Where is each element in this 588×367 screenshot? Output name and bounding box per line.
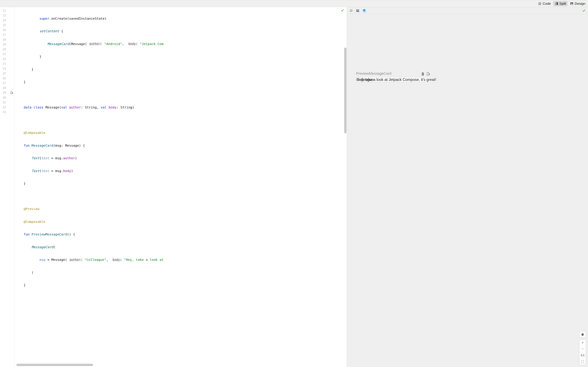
svg-rect-11	[11, 92, 12, 94]
line-number: 24	[0, 67, 6, 70]
preview-zoom-controls: + − 1:1	[579, 331, 586, 365]
svg-marker-16	[359, 12, 359, 12]
svg-marker-19	[365, 12, 366, 12]
svg-marker-18	[363, 10, 366, 12]
zoom-out-button[interactable]: −	[579, 346, 586, 352]
editor-horizontal-scrollbar-thumb[interactable]	[17, 364, 93, 366]
line-number: 26	[0, 77, 6, 80]
line-number: 17	[0, 33, 6, 36]
run-preview-gutter-icon[interactable]	[10, 91, 14, 94]
zoom-fit-button[interactable]	[579, 359, 586, 365]
svg-rect-14	[358, 9, 359, 10]
line-number: 32	[0, 106, 6, 109]
line-number: 25	[0, 72, 6, 75]
preview-function-name: PreviewMessageCard	[356, 71, 391, 76]
view-mode-split-label: Split	[560, 2, 566, 6]
line-number: 18	[0, 38, 6, 41]
line-number: 30	[0, 96, 6, 99]
view-mode-toolbar: Code Split Design	[0, 0, 588, 7]
zoom-reset-button[interactable]: 1:1	[579, 352, 586, 359]
layout-options-icon[interactable]	[355, 8, 360, 13]
interactive-preview-icon[interactable]	[421, 72, 424, 76]
svg-rect-22	[427, 72, 429, 75]
line-number: 22	[0, 57, 6, 61]
view-mode-design[interactable]: Design	[569, 1, 587, 6]
refresh-preview-icon[interactable]	[349, 8, 353, 13]
line-number: 21	[0, 52, 6, 56]
pan-button[interactable]	[579, 331, 586, 338]
svg-marker-12	[12, 92, 13, 94]
view-mode-code[interactable]: Code	[536, 1, 552, 6]
view-mode-code-label: Code	[543, 2, 551, 6]
deploy-preview-icon[interactable]	[427, 72, 430, 76]
svg-rect-8	[557, 2, 558, 5]
view-mode-design-label: Design	[575, 2, 585, 6]
plus-icon: +	[582, 341, 584, 345]
code-editor[interactable]: super.onCreate(savedInstanceState) setCo…	[14, 7, 347, 367]
line-number: 12	[0, 9, 6, 12]
image-icon	[570, 2, 574, 6]
svg-rect-15	[356, 11, 359, 12]
line-number-gutter: 12 13 14 15 16 17 18 19 20 21 22 23 24 2…	[0, 7, 14, 367]
list-lines-icon	[538, 2, 542, 6]
split-icon	[554, 2, 558, 6]
preview-toolbar	[347, 7, 588, 14]
svg-rect-13	[356, 9, 357, 10]
svg-marker-23	[429, 73, 430, 75]
line-number: 16	[0, 28, 6, 32]
one-to-one-label: 1:1	[581, 354, 584, 357]
editor-horizontal-scrollbar[interactable]	[14, 364, 347, 366]
view-mode-split[interactable]: Split	[553, 1, 568, 6]
line-number: 20	[0, 48, 6, 51]
no-errors-checkmark-icon[interactable]	[341, 8, 344, 13]
rendered-preview[interactable]: Hey, take a look at Jetpack Compose, it'…	[356, 77, 437, 83]
line-number: 31	[0, 101, 6, 104]
preview-pane: PreviewMessageCard Hey, take a look at J…	[347, 7, 588, 367]
preview-ok-checkmark-icon	[582, 9, 586, 13]
line-number: 15	[0, 24, 6, 27]
line-number: 27	[0, 81, 6, 85]
line-number: 29	[0, 91, 6, 94]
line-number: 33	[0, 110, 6, 114]
minus-icon: −	[582, 347, 584, 351]
zoom-in-button[interactable]: +	[579, 339, 586, 346]
line-number: 19	[0, 43, 6, 46]
line-number: 23	[0, 62, 6, 65]
line-number: 13	[0, 14, 6, 17]
line-number: 14	[0, 19, 6, 22]
svg-point-21	[423, 73, 423, 74]
layers-icon[interactable]	[362, 8, 366, 13]
rendered-author-text: Colleague	[357, 77, 374, 82]
line-number: 28	[0, 86, 6, 90]
code-editor-pane: 12 13 14 15 16 17 18 19 20 21 22 23 24 2…	[0, 7, 347, 367]
preview-render-area: PreviewMessageCard Hey, take a look at J…	[356, 71, 437, 83]
editor-vertical-scrollbar[interactable]	[344, 48, 346, 133]
